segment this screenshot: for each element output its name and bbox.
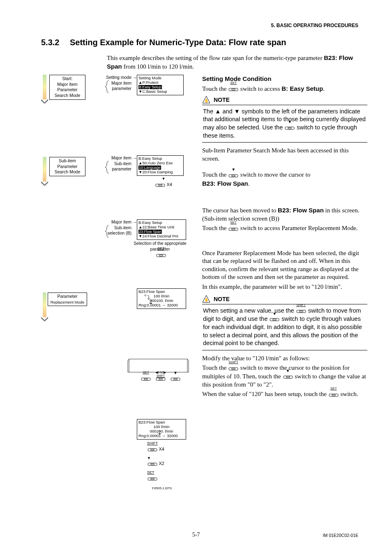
caption-block-3: Major item → Sub-item selection (B) [87, 219, 131, 236]
svg-rect-4 [159, 378, 162, 380]
caption-setting-mode: Setting mode [106, 75, 131, 80]
note2-head: ✋ NOTE [202, 295, 367, 303]
btn-stack-shift-down-set: SHIFT X4 ▼ X2 SET [147, 441, 180, 483]
lcd5-l1: 100 l/min [154, 424, 170, 429]
page-number: 5-7 [192, 532, 200, 538]
lcd2-inv: 10:Language [138, 166, 161, 170]
lcd3-inv: 23:Flow Span [138, 230, 162, 234]
inline-down-switch-1 [284, 124, 295, 132]
svg-rect-3 [144, 378, 148, 380]
stage2-l0: Sub-item [59, 158, 76, 163]
lcd1-l3: ▼C:Basic Setup [138, 90, 182, 94]
caption-sub-item-3: Sub-item [114, 225, 131, 230]
stage2-l1: Parameter [57, 164, 77, 169]
section-number: 5.3.2 [41, 37, 70, 48]
face-shift-switch [155, 375, 166, 383]
caption-block-2: Major item → Sub-item parameter [87, 155, 131, 172]
lcd1-l1: ▲P:Protect [138, 81, 182, 85]
right-p1-bold: B: Easy Setup [281, 85, 323, 92]
lcd5-l2c: 0. l/min [161, 429, 173, 433]
stage3-l0: Parameter [57, 294, 77, 299]
lcd-2: B:Easy Setup ▲50:Auto Zero Exe 10:Langua… [137, 155, 184, 176]
svg-rect-9 [232, 89, 235, 90]
stage1-l1: Major Item [57, 82, 78, 87]
inline-set-switch-1 [228, 86, 239, 93]
svg-rect-8 [151, 479, 154, 480]
brace-2 [105, 161, 109, 176]
flow-wedge-2 [41, 182, 48, 186]
inline-down-label-3: ▼ [269, 312, 280, 316]
footer: 5-7 IM 01E20C02-01E [0, 531, 392, 539]
shift-label-stack: SHIFT [147, 441, 158, 445]
right-p3: Touch the ▼ switch to move the cursor to… [202, 171, 367, 188]
svg-rect-18 [273, 319, 276, 320]
right-p7: In this example, the parameter will be s… [202, 283, 367, 291]
inline-set-label-3: SET [328, 387, 339, 390]
right-p2: Sub-Item Parameter Search Mode has been … [202, 147, 367, 163]
stage2-l2: Search Mode [55, 169, 80, 174]
flow-wedge-1 [41, 99, 48, 104]
flow-diagram: Start: Major Item Parameter Search Mode … [41, 75, 197, 401]
intro-text-a: This example describes the setting of th… [107, 55, 324, 61]
right-p5-b: switch to access Parameter Replacement M… [239, 225, 357, 231]
inline-down-label-2: ▼ [228, 168, 239, 172]
caption-sub-item-2: Sub-item [114, 161, 131, 166]
stage3-label: Parameter Replacement Mode [48, 292, 87, 306]
right-p5-a: Touch the [202, 225, 228, 231]
caption-parameter-1: parameter [112, 86, 131, 91]
set-switch-icon-1 [156, 252, 166, 259]
right-column: Setting Mode Condition Touch the SET swi… [202, 75, 367, 401]
caption-major-item-2: Major item [111, 155, 131, 160]
lcd2-l1: ▲50:Auto Zero Exe [138, 161, 182, 166]
svg-text:✋: ✋ [204, 98, 209, 103]
note-icon-2: ✋ [202, 295, 210, 303]
inline-down-switch-4 [283, 373, 293, 381]
down-switch-icon [155, 182, 166, 189]
flow-bar-1 [43, 75, 46, 99]
eps-id: F0505-1.EPS [152, 486, 172, 491]
right-p9-a: Touch the [202, 364, 228, 371]
stage3-l1: Replacement Mode [51, 300, 84, 304]
brace-1 [105, 81, 109, 95]
face-down-switch [170, 375, 181, 383]
set-label-1: SET [153, 246, 169, 251]
svg-text:✋: ✋ [204, 297, 209, 302]
btn-set-1: SET [153, 246, 169, 259]
svg-rect-2 [129, 359, 187, 372]
inline-set-switch-2 [228, 226, 239, 233]
svg-rect-13 [232, 175, 235, 176]
lcd5-l3: Rng:0.00001 → 32000 [138, 434, 184, 438]
inline-set-label-1: SET [228, 81, 239, 85]
lcd4-l2b: 00100. l/min [152, 298, 173, 303]
intro-text-b: from 100 l/min to 120 l/min. [122, 63, 194, 70]
lcd3-l1: ▲22:Base Time Unit [138, 225, 184, 230]
lcd-3: B:Easy Setup ▲22:Base Time Unit 23:Flow … [137, 219, 186, 240]
inline-down-switch-3 [269, 316, 280, 323]
brace-3 [105, 225, 109, 240]
caption-major-item-1: Major item [111, 81, 131, 85]
x2-label: X2 [159, 461, 164, 466]
lcd2-l3: ▼20:Flow Damping [138, 170, 182, 175]
right-p8: Modify the value to "120 l/min" as follo… [202, 355, 367, 363]
right-p1-a: Touch the [202, 85, 228, 92]
right-p5: Touch the SET switch to access Parameter… [202, 224, 367, 233]
right-p6: Once Parameter Replacement Mode has been… [202, 249, 367, 281]
face-set-switch [141, 375, 151, 383]
x4-label-1: X4 [167, 182, 172, 187]
svg-rect-21 [332, 394, 335, 396]
stage1-l3: Search Mode [55, 93, 80, 98]
section-title-text: Setting Example for Numeric-Type Data: F… [70, 38, 286, 47]
inline-shift-switch-2 [228, 365, 239, 373]
flow-bar-2 [43, 157, 46, 182]
flash-arrows [144, 293, 154, 304]
svg-rect-7 [151, 464, 154, 465]
x4-label-2: X4 [159, 447, 164, 451]
caption-major-item-3: Major item [111, 219, 131, 224]
inline-down-label-4: ▼ [283, 369, 293, 373]
right-p1-dot: . [323, 85, 325, 92]
lcd3-l3: ▼24:Flow Decimal Pnt [138, 234, 184, 239]
lcd-1: Setting Mode ▲P:Protect B:Easy Setup ▼C:… [137, 75, 184, 95]
note-label-2: NOTE [214, 295, 230, 303]
doc-id: IM 01E20C02-01E [323, 533, 358, 539]
note2-a: When setting a new value, use the [203, 307, 296, 314]
